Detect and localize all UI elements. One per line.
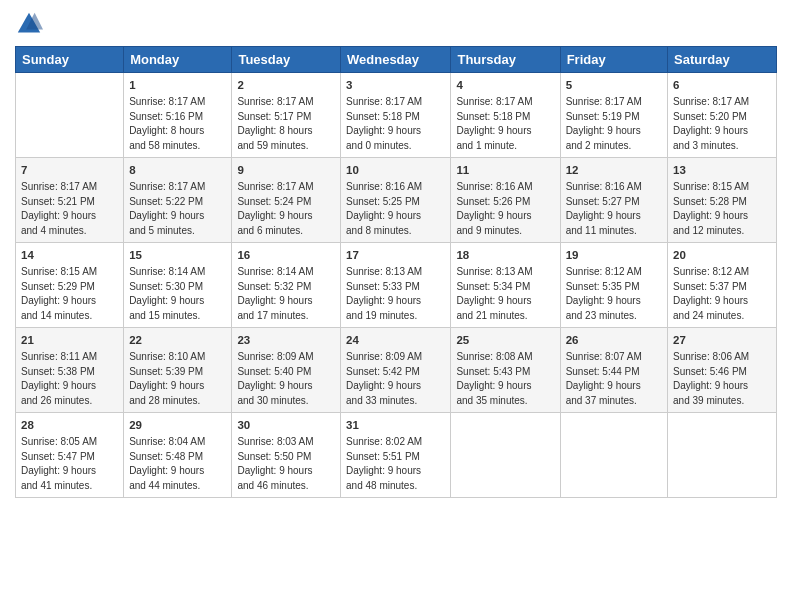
day-cell: 21Sunrise: 8:11 AM Sunset: 5:38 PM Dayli… (16, 328, 124, 413)
day-cell: 23Sunrise: 8:09 AM Sunset: 5:40 PM Dayli… (232, 328, 341, 413)
day-number: 16 (237, 247, 335, 263)
day-info: Sunrise: 8:17 AM Sunset: 5:16 PM Dayligh… (129, 95, 226, 153)
day-info: Sunrise: 8:02 AM Sunset: 5:51 PM Dayligh… (346, 435, 445, 493)
day-number: 26 (566, 332, 662, 348)
day-cell (668, 413, 777, 498)
day-number: 23 (237, 332, 335, 348)
day-cell: 12Sunrise: 8:16 AM Sunset: 5:27 PM Dayli… (560, 158, 667, 243)
day-info: Sunrise: 8:17 AM Sunset: 5:21 PM Dayligh… (21, 180, 118, 238)
weekday-header-wednesday: Wednesday (341, 47, 451, 73)
day-cell: 2Sunrise: 8:17 AM Sunset: 5:17 PM Daylig… (232, 73, 341, 158)
day-number: 15 (129, 247, 226, 263)
day-cell: 20Sunrise: 8:12 AM Sunset: 5:37 PM Dayli… (668, 243, 777, 328)
day-number: 21 (21, 332, 118, 348)
day-number: 27 (673, 332, 771, 348)
calendar-table: SundayMondayTuesdayWednesdayThursdayFrid… (15, 46, 777, 498)
day-cell (560, 413, 667, 498)
day-cell: 31Sunrise: 8:02 AM Sunset: 5:51 PM Dayli… (341, 413, 451, 498)
day-cell: 27Sunrise: 8:06 AM Sunset: 5:46 PM Dayli… (668, 328, 777, 413)
day-number: 28 (21, 417, 118, 433)
day-info: Sunrise: 8:17 AM Sunset: 5:18 PM Dayligh… (346, 95, 445, 153)
day-number: 13 (673, 162, 771, 178)
day-cell: 14Sunrise: 8:15 AM Sunset: 5:29 PM Dayli… (16, 243, 124, 328)
day-info: Sunrise: 8:13 AM Sunset: 5:33 PM Dayligh… (346, 265, 445, 323)
day-number: 24 (346, 332, 445, 348)
day-number: 4 (456, 77, 554, 93)
day-info: Sunrise: 8:09 AM Sunset: 5:42 PM Dayligh… (346, 350, 445, 408)
weekday-header-thursday: Thursday (451, 47, 560, 73)
day-cell: 19Sunrise: 8:12 AM Sunset: 5:35 PM Dayli… (560, 243, 667, 328)
day-cell: 22Sunrise: 8:10 AM Sunset: 5:39 PM Dayli… (124, 328, 232, 413)
day-info: Sunrise: 8:08 AM Sunset: 5:43 PM Dayligh… (456, 350, 554, 408)
day-cell: 5Sunrise: 8:17 AM Sunset: 5:19 PM Daylig… (560, 73, 667, 158)
day-info: Sunrise: 8:04 AM Sunset: 5:48 PM Dayligh… (129, 435, 226, 493)
weekday-header-row: SundayMondayTuesdayWednesdayThursdayFrid… (16, 47, 777, 73)
week-row-1: 1Sunrise: 8:17 AM Sunset: 5:16 PM Daylig… (16, 73, 777, 158)
day-info: Sunrise: 8:17 AM Sunset: 5:17 PM Dayligh… (237, 95, 335, 153)
day-info: Sunrise: 8:06 AM Sunset: 5:46 PM Dayligh… (673, 350, 771, 408)
day-cell: 4Sunrise: 8:17 AM Sunset: 5:18 PM Daylig… (451, 73, 560, 158)
day-info: Sunrise: 8:17 AM Sunset: 5:20 PM Dayligh… (673, 95, 771, 153)
day-info: Sunrise: 8:12 AM Sunset: 5:37 PM Dayligh… (673, 265, 771, 323)
day-number: 22 (129, 332, 226, 348)
week-row-2: 7Sunrise: 8:17 AM Sunset: 5:21 PM Daylig… (16, 158, 777, 243)
day-number: 5 (566, 77, 662, 93)
day-cell: 26Sunrise: 8:07 AM Sunset: 5:44 PM Dayli… (560, 328, 667, 413)
day-cell: 16Sunrise: 8:14 AM Sunset: 5:32 PM Dayli… (232, 243, 341, 328)
day-info: Sunrise: 8:17 AM Sunset: 5:18 PM Dayligh… (456, 95, 554, 153)
day-number: 17 (346, 247, 445, 263)
day-cell: 30Sunrise: 8:03 AM Sunset: 5:50 PM Dayli… (232, 413, 341, 498)
day-cell: 8Sunrise: 8:17 AM Sunset: 5:22 PM Daylig… (124, 158, 232, 243)
day-number: 20 (673, 247, 771, 263)
day-info: Sunrise: 8:14 AM Sunset: 5:30 PM Dayligh… (129, 265, 226, 323)
page: SundayMondayTuesdayWednesdayThursdayFrid… (0, 0, 792, 612)
day-number: 30 (237, 417, 335, 433)
day-cell (451, 413, 560, 498)
day-info: Sunrise: 8:07 AM Sunset: 5:44 PM Dayligh… (566, 350, 662, 408)
day-number: 1 (129, 77, 226, 93)
day-info: Sunrise: 8:15 AM Sunset: 5:29 PM Dayligh… (21, 265, 118, 323)
day-info: Sunrise: 8:14 AM Sunset: 5:32 PM Dayligh… (237, 265, 335, 323)
week-row-4: 21Sunrise: 8:11 AM Sunset: 5:38 PM Dayli… (16, 328, 777, 413)
week-row-3: 14Sunrise: 8:15 AM Sunset: 5:29 PM Dayli… (16, 243, 777, 328)
weekday-header-saturday: Saturday (668, 47, 777, 73)
day-cell (16, 73, 124, 158)
day-number: 3 (346, 77, 445, 93)
day-number: 10 (346, 162, 445, 178)
day-cell: 28Sunrise: 8:05 AM Sunset: 5:47 PM Dayli… (16, 413, 124, 498)
weekday-header-monday: Monday (124, 47, 232, 73)
day-number: 19 (566, 247, 662, 263)
day-cell: 3Sunrise: 8:17 AM Sunset: 5:18 PM Daylig… (341, 73, 451, 158)
day-cell: 9Sunrise: 8:17 AM Sunset: 5:24 PM Daylig… (232, 158, 341, 243)
day-number: 7 (21, 162, 118, 178)
logo-icon (15, 10, 43, 38)
day-cell: 7Sunrise: 8:17 AM Sunset: 5:21 PM Daylig… (16, 158, 124, 243)
day-cell: 24Sunrise: 8:09 AM Sunset: 5:42 PM Dayli… (341, 328, 451, 413)
week-row-5: 28Sunrise: 8:05 AM Sunset: 5:47 PM Dayli… (16, 413, 777, 498)
day-info: Sunrise: 8:05 AM Sunset: 5:47 PM Dayligh… (21, 435, 118, 493)
day-number: 12 (566, 162, 662, 178)
day-info: Sunrise: 8:10 AM Sunset: 5:39 PM Dayligh… (129, 350, 226, 408)
header (15, 10, 777, 38)
day-info: Sunrise: 8:16 AM Sunset: 5:26 PM Dayligh… (456, 180, 554, 238)
day-number: 31 (346, 417, 445, 433)
day-info: Sunrise: 8:11 AM Sunset: 5:38 PM Dayligh… (21, 350, 118, 408)
day-info: Sunrise: 8:13 AM Sunset: 5:34 PM Dayligh… (456, 265, 554, 323)
day-info: Sunrise: 8:16 AM Sunset: 5:25 PM Dayligh… (346, 180, 445, 238)
day-number: 14 (21, 247, 118, 263)
day-cell: 25Sunrise: 8:08 AM Sunset: 5:43 PM Dayli… (451, 328, 560, 413)
day-number: 8 (129, 162, 226, 178)
day-cell: 1Sunrise: 8:17 AM Sunset: 5:16 PM Daylig… (124, 73, 232, 158)
day-cell: 11Sunrise: 8:16 AM Sunset: 5:26 PM Dayli… (451, 158, 560, 243)
day-info: Sunrise: 8:03 AM Sunset: 5:50 PM Dayligh… (237, 435, 335, 493)
day-number: 9 (237, 162, 335, 178)
day-number: 11 (456, 162, 554, 178)
day-number: 2 (237, 77, 335, 93)
day-number: 29 (129, 417, 226, 433)
day-info: Sunrise: 8:12 AM Sunset: 5:35 PM Dayligh… (566, 265, 662, 323)
day-number: 25 (456, 332, 554, 348)
day-info: Sunrise: 8:17 AM Sunset: 5:19 PM Dayligh… (566, 95, 662, 153)
day-info: Sunrise: 8:16 AM Sunset: 5:27 PM Dayligh… (566, 180, 662, 238)
day-cell: 15Sunrise: 8:14 AM Sunset: 5:30 PM Dayli… (124, 243, 232, 328)
day-info: Sunrise: 8:09 AM Sunset: 5:40 PM Dayligh… (237, 350, 335, 408)
